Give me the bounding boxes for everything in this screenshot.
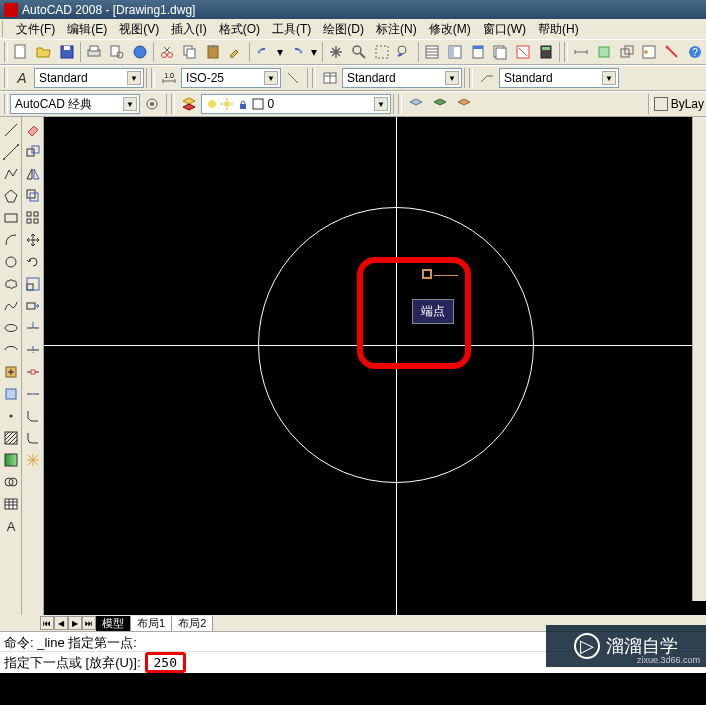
grip-icon[interactable] (469, 68, 473, 88)
markup-button[interactable] (513, 41, 534, 63)
dropdown-icon[interactable]: ▾ (310, 41, 319, 63)
menu-edit[interactable]: 编辑(E) (61, 21, 113, 38)
tab-nav-first[interactable]: ⏮ (40, 616, 54, 630)
erase-button[interactable] (23, 120, 43, 140)
fillet-button[interactable] (23, 428, 43, 448)
ellipse-button[interactable] (1, 318, 21, 338)
region-button[interactable] (616, 41, 637, 63)
grip-icon[interactable] (4, 68, 8, 88)
trim-button[interactable] (23, 318, 43, 338)
chevron-down-icon[interactable]: ▼ (123, 97, 137, 111)
preview-button[interactable] (107, 41, 128, 63)
tab-nav-next[interactable]: ▶ (68, 616, 82, 630)
spline-button[interactable] (1, 296, 21, 316)
distance-button[interactable] (571, 41, 592, 63)
menu-file[interactable]: 文件(F) (10, 21, 61, 38)
zoom-prev-button[interactable] (394, 41, 415, 63)
workspace-settings-button[interactable] (141, 93, 163, 115)
dim-style-button[interactable]: 1.0 (158, 67, 180, 89)
grip-icon[interactable] (4, 94, 8, 114)
sheet-set-button[interactable] (490, 41, 511, 63)
pan-button[interactable] (326, 41, 347, 63)
menu-modify[interactable]: 修改(M) (423, 21, 477, 38)
tab-nav-prev[interactable]: ◀ (54, 616, 68, 630)
menu-insert[interactable]: 插入(I) (165, 21, 212, 38)
move-button[interactable] (23, 230, 43, 250)
mtext-button[interactable]: A (1, 516, 21, 536)
menu-draw[interactable]: 绘图(D) (317, 21, 370, 38)
circle-button[interactable] (1, 252, 21, 272)
layer-state-button[interactable] (429, 93, 451, 115)
hatch-button[interactable] (1, 428, 21, 448)
grip-icon[interactable] (564, 42, 568, 62)
bylayer-checkbox[interactable] (654, 97, 668, 111)
drawing-canvas[interactable]: 端点 (44, 117, 706, 615)
table-style-select[interactable]: Standard ▼ (342, 68, 462, 88)
copy-button[interactable] (180, 41, 201, 63)
area-button[interactable] (594, 41, 615, 63)
save-button[interactable] (56, 41, 77, 63)
design-center-button[interactable] (444, 41, 465, 63)
workspace-select[interactable]: AutoCAD 经典 ▼ (10, 94, 140, 114)
array-button[interactable] (23, 208, 43, 228)
line-button[interactable] (1, 120, 21, 140)
cut-button[interactable] (157, 41, 178, 63)
offset-button[interactable] (23, 186, 43, 206)
xline-button[interactable] (1, 142, 21, 162)
paste-button[interactable] (202, 41, 223, 63)
grip-icon[interactable] (312, 68, 316, 88)
menu-tools[interactable]: 工具(T) (266, 21, 317, 38)
chevron-down-icon[interactable]: ▼ (127, 71, 141, 85)
polyline-button[interactable] (1, 164, 21, 184)
region-button[interactable] (1, 472, 21, 492)
scale-button[interactable] (23, 274, 43, 294)
revcloud-button[interactable] (1, 274, 21, 294)
tool-palette-button[interactable] (467, 41, 488, 63)
match-prop-button[interactable] (225, 41, 246, 63)
menu-help[interactable]: 帮助(H) (532, 21, 585, 38)
grip-icon[interactable] (648, 94, 652, 114)
grip-icon[interactable] (171, 94, 175, 114)
text-style-button[interactable]: A (11, 67, 33, 89)
calculator-button[interactable] (535, 41, 556, 63)
mleader-button[interactable] (476, 67, 498, 89)
new-button[interactable] (11, 41, 32, 63)
menu-format[interactable]: 格式(O) (213, 21, 266, 38)
chevron-down-icon[interactable]: ▼ (602, 71, 616, 85)
zoom-window-button[interactable] (371, 41, 392, 63)
make-block-button[interactable] (1, 384, 21, 404)
layer-previous-button[interactable] (405, 93, 427, 115)
table-style-button[interactable] (319, 67, 341, 89)
ellipse-arc-button[interactable] (1, 340, 21, 360)
zoom-button[interactable] (349, 41, 370, 63)
chamfer-button[interactable] (23, 406, 43, 426)
menu-view[interactable]: 视图(V) (113, 21, 165, 38)
mirror-button[interactable] (23, 164, 43, 184)
polygon-button[interactable] (1, 186, 21, 206)
gradient-button[interactable] (1, 450, 21, 470)
copy-button[interactable] (23, 142, 43, 162)
plot-button[interactable] (84, 41, 105, 63)
stretch-button[interactable] (23, 296, 43, 316)
text-style-select[interactable]: Standard ▼ (34, 68, 144, 88)
help-button[interactable]: ? (684, 41, 705, 63)
table-button[interactable] (1, 494, 21, 514)
rotate-button[interactable] (23, 252, 43, 272)
publish-button[interactable] (129, 41, 150, 63)
dropdown-icon[interactable]: ▾ (275, 41, 284, 63)
tab-model[interactable]: 模型 (96, 616, 131, 631)
command-input[interactable]: 250 (145, 652, 186, 673)
properties-button[interactable] (422, 41, 443, 63)
rectangle-button[interactable] (1, 208, 21, 228)
dim-button[interactable] (282, 67, 304, 89)
list-button[interactable] (639, 41, 660, 63)
redo-button[interactable] (287, 41, 308, 63)
dim-style-select[interactable]: ISO-25 ▼ (181, 68, 281, 88)
extend-button[interactable] (23, 340, 43, 360)
join-button[interactable] (23, 384, 43, 404)
insert-block-button[interactable] (1, 362, 21, 382)
layer-props-button[interactable] (178, 93, 200, 115)
vertical-scrollbar[interactable] (692, 117, 706, 601)
chevron-down-icon[interactable]: ▼ (445, 71, 459, 85)
open-button[interactable] (34, 41, 55, 63)
